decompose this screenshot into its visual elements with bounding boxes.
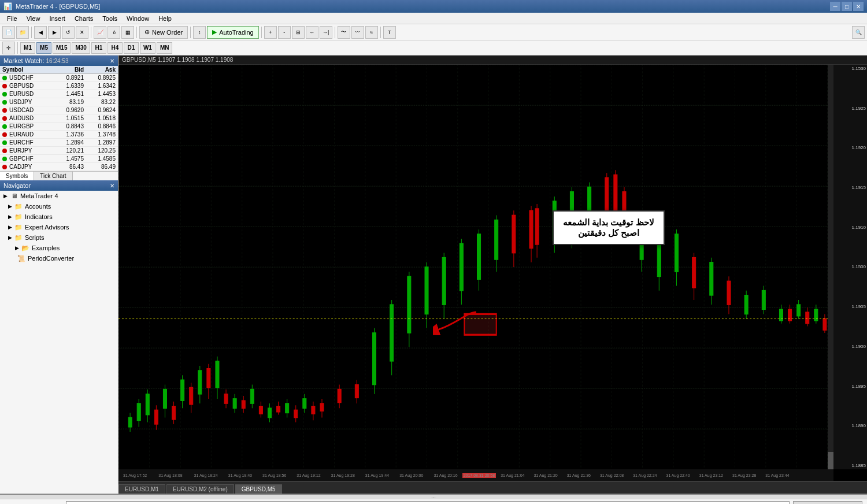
chart-bar-button[interactable]: ▦ <box>121 26 134 39</box>
market-watch-row[interactable]: CADJPY 86.43 86.49 <box>0 163 118 171</box>
market-watch-row[interactable]: GBPCHF 1.4575 1.4585 <box>0 155 118 163</box>
open-button[interactable]: 📁 <box>16 26 29 39</box>
period-h1[interactable]: H1 <box>91 42 106 54</box>
svg-rect-116 <box>727 281 731 305</box>
zoom-in-button[interactable]: + <box>264 26 277 39</box>
market-watch-row[interactable]: USDCAD 0.9620 0.9624 <box>0 106 118 114</box>
chart-area[interactable]: GBPUSD,M5 1.1907 1.1908 1.1907 1.1908 <box>118 55 867 494</box>
price-9: 1.1895 <box>835 384 866 389</box>
nav-arrow: ▶ <box>8 235 12 240</box>
price-10: 1.1890 <box>835 423 866 428</box>
svg-rect-88 <box>259 406 262 414</box>
scrollbar-thumb-v[interactable] <box>828 452 833 469</box>
price-3: 1.1920 <box>835 145 866 150</box>
chart-arrow-button[interactable]: ↕ <box>193 26 206 39</box>
svg-rect-76 <box>154 410 158 424</box>
sep5 <box>261 27 262 38</box>
market-watch-row[interactable]: EURGBP 0.8843 0.8846 <box>0 123 118 131</box>
menu-help[interactable]: Help <box>154 13 176 24</box>
indicator1-button[interactable]: 〜 <box>338 26 350 39</box>
market-watch-row[interactable]: EURUSD 1.4451 1.4453 <box>0 90 118 98</box>
expert-properties-button[interactable]: Expert properties <box>793 501 862 504</box>
market-watch-row[interactable]: AUDUSD 1.0515 1.0518 <box>0 114 118 123</box>
chart-tab-gbpusd-m5[interactable]: GBPUSD,M5 <box>235 484 282 494</box>
navigator-items: ▶ 🖥 MetaTrader 4 ▶ 📁 Accounts ▶ 📁 Indica… <box>0 191 118 264</box>
mw-tab-symbols[interactable]: Symbols <box>0 172 34 180</box>
market-watch-row[interactable]: EURJPY 120.21 120.25 <box>0 147 118 155</box>
chart-canvas[interactable]: 1.1530 1.1925 1.1920 1.1915 1.1910 1.150… <box>118 65 867 481</box>
scroll-right-button[interactable]: →| <box>320 26 332 39</box>
new-order-button[interactable]: ⊕ New Order <box>139 26 188 39</box>
price-6: 1.1500 <box>835 264 866 269</box>
svg-rect-114 <box>692 258 696 288</box>
period-h4[interactable]: H4 <box>108 42 123 54</box>
chart-line-button[interactable]: 📈 <box>94 26 106 39</box>
autotrading-button[interactable]: ▶ AutoTrading <box>207 26 259 39</box>
nav-label: Scripts <box>25 234 45 241</box>
period-m5[interactable]: M5 <box>36 42 51 54</box>
time-17: 31 Aug 22:40 <box>666 473 690 477</box>
market-watch-row[interactable]: EURCHF 1.2894 1.2897 <box>0 139 118 147</box>
svg-rect-90 <box>277 406 280 412</box>
period-m30[interactable]: M30 <box>72 42 90 54</box>
crosshair-button[interactable]: ✛ <box>2 42 15 54</box>
nav-item-indicators[interactable]: ▶ 📁 Indicators <box>0 212 118 222</box>
menu-tools[interactable]: Tools <box>98 13 122 24</box>
chart-scrollbar-v[interactable] <box>828 65 833 469</box>
nav-item-metatrader-4[interactable]: ▶ 🖥 MetaTrader 4 <box>0 191 118 201</box>
refresh-button[interactable]: ↺ <box>62 26 75 39</box>
svg-rect-122 <box>823 319 827 331</box>
symbol-ask: 0.8846 <box>84 123 116 129</box>
forward-button[interactable]: ▶ <box>48 26 61 39</box>
nav-item-examples[interactable]: ▶ 📂 Examples <box>0 243 118 253</box>
market-watch-row[interactable]: GBPUSD 1.6339 1.6342 <box>0 82 118 90</box>
market-watch-row[interactable]: USDCHF 0.8921 0.8925 <box>0 74 118 82</box>
market-watch-row[interactable]: USDJPY 83.19 83.22 <box>0 98 118 106</box>
nav-item-expert-advisors[interactable]: ▶ 📁 Expert Advisors <box>0 222 118 232</box>
menu-charts[interactable]: Charts <box>70 13 98 24</box>
expert-advisor-dropdown[interactable]: 2 MA Crosses Mega filter EA V1.ex4 <box>66 501 790 504</box>
period-d1[interactable]: D1 <box>124 42 139 54</box>
back-button[interactable]: ◀ <box>34 26 47 39</box>
symbol-bid: 1.3736 <box>52 131 84 138</box>
stop-button[interactable]: ✕ <box>76 26 88 39</box>
menu-file[interactable]: File <box>2 13 22 24</box>
menu-window[interactable]: Window <box>122 13 154 24</box>
symbol-bid: 86.43 <box>52 164 84 170</box>
period-m1[interactable]: M1 <box>20 42 35 54</box>
mw-tab-tick[interactable]: Tick Chart <box>34 172 72 180</box>
chart-tab-eurusd-m2[interactable]: EURUSD,M2 (offline) <box>166 484 234 494</box>
new-button[interactable]: 📄 <box>2 26 15 39</box>
period-mn[interactable]: MN <box>157 42 173 54</box>
nav-item-accounts[interactable]: ▶ 📁 Accounts <box>0 201 118 212</box>
nav-icon: 📁 <box>14 234 23 242</box>
market-watch-close[interactable]: ✕ <box>110 58 114 64</box>
nav-item-periodconverter[interactable]: 📜 PeriodConverter <box>0 253 118 264</box>
menu-insert[interactable]: Insert <box>45 13 70 24</box>
navigator-close[interactable]: ✕ <box>110 183 114 189</box>
indicator3-button[interactable]: ≈ <box>365 26 378 39</box>
period-m15[interactable]: M15 <box>53 42 71 54</box>
chart-tab-eurusd-m1[interactable]: EURUSD,M1 <box>118 484 165 494</box>
autotrading-label: AutoTrading <box>219 29 254 36</box>
scroll-button[interactable]: ↔ <box>306 26 318 39</box>
menu-view[interactable]: View <box>22 13 45 24</box>
zoom-out-button[interactable]: - <box>278 26 291 39</box>
chart-candle-button[interactable]: 🕯 <box>108 26 120 39</box>
indicator2-button[interactable]: 〰 <box>351 26 364 39</box>
tester-resize-handle[interactable]: ⋯ <box>0 495 867 499</box>
minimize-button[interactable]: ─ <box>830 2 840 11</box>
nav-item-scripts[interactable]: ▶ 📁 Scripts <box>0 232 118 243</box>
annotation-line2: اصبح كل دقيقتين <box>563 228 654 238</box>
period-w1[interactable]: W1 <box>140 42 155 54</box>
template-button[interactable]: T <box>383 26 396 39</box>
window-controls[interactable]: ─ □ ✕ <box>830 2 864 11</box>
maximize-button[interactable]: □ <box>842 2 852 11</box>
market-watch-row[interactable]: EURAUD 1.3736 1.3748 <box>0 131 118 139</box>
time-18: 31 Aug 23:12 <box>699 473 723 477</box>
ea-row: Expert Advisor 2 MA Crosses Mega filter … <box>0 499 867 504</box>
grid-button[interactable]: ⊞ <box>292 26 305 39</box>
close-button[interactable]: ✕ <box>853 2 864 11</box>
time-19: 31 Aug 23:28 <box>732 473 756 477</box>
search-button[interactable]: 🔍 <box>852 26 865 39</box>
